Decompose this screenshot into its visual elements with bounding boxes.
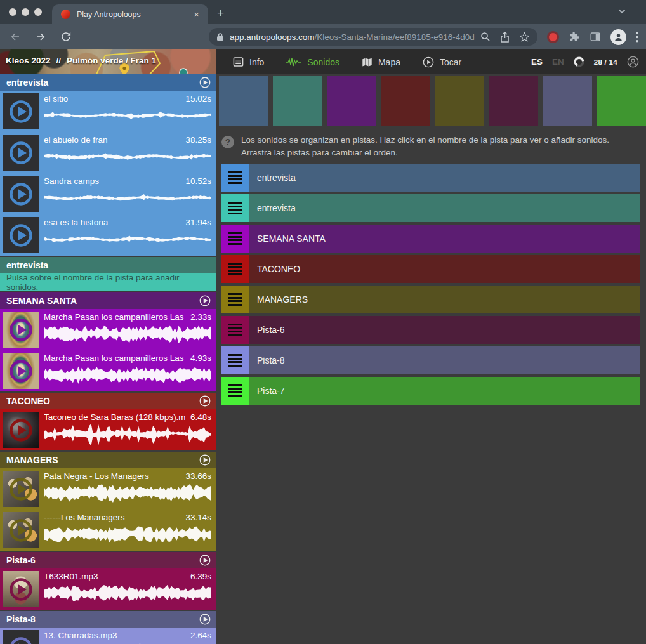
track-drag-handle[interactable]: [221, 255, 249, 283]
clip-row[interactable]: esa es la historia31.94s: [0, 214, 216, 256]
section-play-button[interactable]: [199, 613, 211, 626]
nav-mapa[interactable]: Mapa: [362, 57, 400, 67]
clip-thumbnail[interactable]: [3, 93, 39, 129]
track-name-button[interactable]: SEMANA SANTA: [249, 225, 640, 253]
clip-thumbnail[interactable]: [3, 412, 39, 448]
clip-play-overlay[interactable]: [8, 140, 34, 166]
track-drag-handle[interactable]: [221, 316, 249, 344]
track-row[interactable]: entrevista: [221, 194, 640, 222]
track-name-button[interactable]: Pista-6: [249, 316, 640, 344]
nav-info[interactable]: Info: [233, 56, 264, 67]
clip-thumbnail[interactable]: [3, 630, 39, 644]
clip-waveform[interactable]: [44, 105, 211, 126]
clip-waveform[interactable]: [44, 523, 211, 545]
track-name-button[interactable]: MANAGERS: [249, 286, 640, 313]
side-panel-icon[interactable]: [590, 31, 601, 43]
track-name-button[interactable]: entrevista: [249, 194, 640, 222]
section-play-button[interactable]: [199, 294, 211, 307]
clip-section-title[interactable]: TACONEO: [6, 396, 199, 406]
clip-play-button[interactable]: [8, 577, 34, 602]
clip-play-button[interactable]: [8, 140, 34, 166]
back-button[interactable]: [8, 31, 22, 43]
clip-thumbnail[interactable]: [3, 135, 39, 171]
track-name-button[interactable]: Pista-8: [249, 346, 640, 374]
breadcrumb-project[interactable]: Kleos 2022: [6, 56, 51, 65]
clip-section-header[interactable]: MANAGERS: [0, 452, 216, 468]
track-drag-handle[interactable]: [221, 377, 249, 405]
track-row[interactable]: MANAGERS: [221, 286, 640, 313]
track-name-button[interactable]: entrevista: [249, 164, 640, 192]
clip-section-header[interactable]: Pista-8: [0, 611, 216, 628]
browser-tab[interactable]: Play Antropoloops ×: [52, 4, 208, 24]
section-play-button[interactable]: [199, 554, 211, 567]
clip-play-overlay[interactable]: [8, 577, 34, 602]
section-play-button[interactable]: [199, 454, 211, 466]
clip-play-button[interactable]: [8, 518, 34, 543]
track-drag-handle[interactable]: [221, 225, 249, 253]
clip-row[interactable]: ------Los Mananagers33.14s: [0, 509, 216, 551]
clip-thumbnail[interactable]: [3, 471, 39, 507]
clip-waveform[interactable]: [44, 228, 211, 250]
clip-section-title[interactable]: entrevista: [6, 260, 211, 270]
clip-section-header[interactable]: entrevista: [0, 74, 216, 91]
clip-play-button[interactable]: [8, 317, 34, 343]
section-play-button[interactable]: [199, 395, 211, 407]
clip-waveform[interactable]: [44, 641, 211, 644]
lang-en-button[interactable]: EN: [552, 57, 564, 67]
clip-section-title[interactable]: entrevista: [6, 77, 199, 88]
project-map-thumbnail[interactable]: Kleos 2022 // Pulmón verde / Fran 1: [0, 49, 216, 74]
lang-es-button[interactable]: ES: [531, 57, 543, 67]
track-name-button[interactable]: TACONEO: [249, 255, 640, 283]
clip-play-button[interactable]: [8, 476, 34, 502]
nav-sonidos[interactable]: Sonidos: [286, 57, 339, 67]
clip-waveform[interactable]: [44, 582, 211, 604]
clip-play-button[interactable]: [8, 358, 34, 384]
clip-play-overlay[interactable]: [8, 476, 34, 502]
clip-waveform[interactable]: [44, 482, 211, 504]
clip-thumbnail[interactable]: [3, 176, 39, 212]
window-minimize-button[interactable]: [22, 8, 29, 16]
clip-thumbnail[interactable]: [3, 512, 39, 548]
track-row[interactable]: TACONEO: [221, 255, 640, 283]
zoom-icon[interactable]: [480, 32, 491, 42]
window-controls[interactable]: [0, 0, 52, 24]
clip-thumbnail[interactable]: [3, 353, 39, 389]
clip-section-header[interactable]: TACONEO: [0, 393, 216, 409]
clip-play-button[interactable]: [8, 223, 34, 248]
profile-avatar[interactable]: [610, 29, 626, 45]
clip-row[interactable]: Marcha Pasan los campanilleros Las Mejor…: [0, 350, 216, 391]
clip-section-header[interactable]: entrevista: [0, 257, 216, 273]
bookmark-star-icon[interactable]: [519, 32, 530, 43]
clip-waveform[interactable]: [44, 323, 211, 345]
clip-row[interactable]: Sandra camps10.52s: [0, 173, 216, 214]
clip-row[interactable]: Pata Negra - Los Managers33.66s: [0, 468, 216, 509]
clip-thumbnail[interactable]: [3, 571, 39, 607]
clip-row[interactable]: T633R01.mp36.39s: [0, 568, 216, 610]
account-icon[interactable]: [627, 56, 639, 68]
clip-row[interactable]: 13. Charradas.mp32.64s: [0, 628, 216, 644]
clip-play-overlay[interactable]: [8, 99, 34, 124]
clip-play-overlay[interactable]: [8, 417, 34, 443]
lock-icon[interactable]: [216, 32, 224, 41]
clip-row[interactable]: el sitio15.02s: [0, 91, 216, 132]
clip-row[interactable]: Marcha Pasan los campanilleros Las Mejor…: [0, 309, 216, 350]
window-close-button[interactable]: [9, 8, 16, 16]
clip-play-button[interactable]: [8, 417, 34, 443]
clip-play-overlay[interactable]: [8, 181, 34, 207]
clip-play-overlay[interactable]: [8, 223, 34, 248]
track-row[interactable]: Pista-7: [221, 377, 640, 405]
reload-button[interactable]: [59, 31, 74, 43]
clip-row[interactable]: el abuelo de fran38.25s: [0, 132, 216, 173]
clip-section-title[interactable]: Pista-8: [6, 614, 199, 624]
clip-thumbnail[interactable]: [3, 312, 39, 348]
clip-play-overlay[interactable]: [8, 317, 34, 343]
window-zoom-button[interactable]: [34, 8, 42, 16]
clip-section-header[interactable]: Pista-6: [0, 552, 216, 568]
forward-button[interactable]: [33, 31, 48, 43]
clip-thumbnail[interactable]: [3, 217, 39, 253]
track-row[interactable]: SEMANA SANTA: [221, 225, 640, 253]
browser-menu-icon[interactable]: [636, 32, 638, 43]
clip-section-header[interactable]: SEMANA SANTA: [0, 292, 216, 309]
share-icon[interactable]: [500, 32, 510, 43]
track-drag-handle[interactable]: [221, 164, 249, 192]
